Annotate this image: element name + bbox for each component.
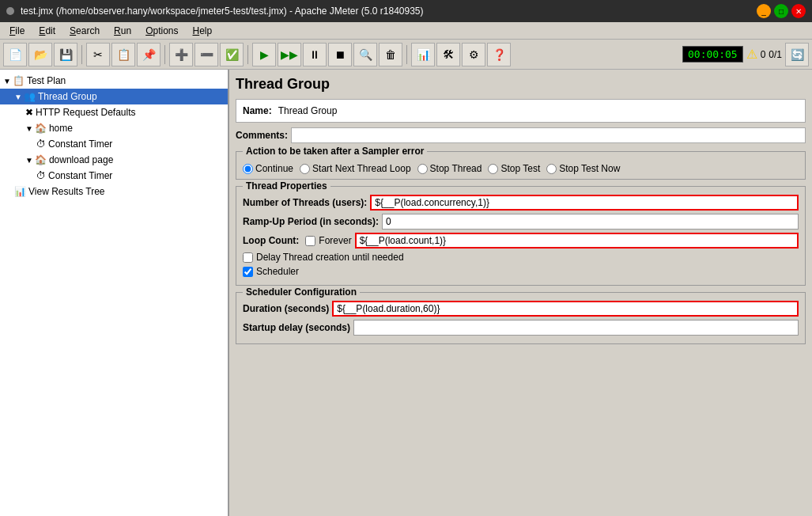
action-options-row: Continue Start Next Thread Loop Stop Thr… (243, 163, 799, 174)
save-button[interactable]: 💾 (54, 43, 77, 66)
clear-button[interactable]: 🔍 (353, 43, 377, 66)
tree-label-http-defaults: HTTP Request Defaults (36, 107, 136, 118)
num-threads-input[interactable] (370, 195, 799, 211)
thread-group-panel: Thread Group Name: Comments: Action to b… (236, 76, 806, 344)
tree-toggle-home[interactable]: ▼ (25, 124, 33, 133)
action-stop-test[interactable]: Stop Test (488, 163, 540, 174)
tree-item-test-plan[interactable]: ▼ 📋 Test Plan (0, 73, 228, 89)
loop-count-input[interactable] (355, 233, 799, 249)
forever-label: Forever (319, 235, 351, 246)
menu-file[interactable]: File (3, 24, 31, 38)
tree-panel: ▼ 📋 Test Plan ▼ 👥 Thread Group ✖ HTTP Re… (0, 70, 229, 516)
timer-display: 00:00:05 (682, 46, 743, 63)
stop-button[interactable]: ⏹ (328, 43, 352, 66)
action-section-title: Action to be taken after a Sampler error (243, 146, 427, 157)
separator-3 (247, 45, 248, 64)
constant-timer-1-icon: ⏱ (36, 138, 46, 150)
action-start-next[interactable]: Start Next Thread Loop (300, 163, 411, 174)
loop-count-label: Loop Count: (243, 235, 299, 246)
comments-input[interactable] (291, 127, 806, 143)
action-stop-thread[interactable]: Stop Thread (417, 163, 482, 174)
startup-delay-row: Startup delay (seconds) (243, 320, 799, 336)
close-button[interactable]: ✕ (791, 4, 806, 18)
tree-item-constant-timer-1[interactable]: ⏱ Constant Timer (0, 136, 228, 152)
pause-button[interactable]: ⏸ (303, 43, 327, 66)
remote-button[interactable]: 🛠 (436, 43, 460, 66)
action-continue-radio[interactable] (243, 164, 253, 174)
add-button[interactable]: ➕ (169, 43, 193, 66)
action-stop-thread-label: Stop Thread (430, 163, 482, 174)
scheduler-checkbox[interactable] (243, 267, 253, 277)
remove-button[interactable]: ➖ (195, 43, 218, 66)
action-stop-test-now-label: Stop Test Now (559, 163, 620, 174)
tree-toggle-download-page[interactable]: ▼ (25, 156, 33, 165)
title-bar: test.jmx (/home/observer.hany/workspace/… (0, 0, 812, 22)
copy-button[interactable]: 📋 (111, 43, 135, 66)
home-icon: 🏠 (35, 123, 47, 134)
thread-fraction: 0/1 (769, 49, 782, 60)
options-btn[interactable]: ⚙ (462, 43, 485, 66)
tree-toggle-test-plan[interactable]: ▼ (3, 77, 11, 85)
scheduler-label: Scheduler (256, 266, 299, 277)
name-label: Name: (243, 105, 272, 116)
action-continue[interactable]: Continue (243, 163, 293, 174)
download-page-icon: 🏠 (35, 154, 47, 165)
minimize-button[interactable]: _ (757, 4, 771, 18)
new-button[interactable]: 📄 (3, 43, 27, 66)
menu-run[interactable]: Run (108, 24, 138, 38)
toggle-button[interactable]: ✅ (220, 43, 244, 66)
start-button[interactable]: ▶ (252, 43, 276, 66)
action-stop-test-label: Stop Test (500, 163, 540, 174)
ramp-up-label: Ramp-Up Period (in seconds): (243, 216, 379, 227)
menu-search[interactable]: Search (63, 24, 106, 38)
menu-options[interactable]: Options (139, 24, 184, 38)
action-start-next-radio[interactable] (300, 164, 310, 174)
tree-label-constant-timer-2: Constant Timer (48, 170, 112, 181)
ramp-up-input[interactable] (382, 214, 799, 230)
thread-status-button[interactable]: 🔄 (785, 43, 809, 66)
tree-toggle-thread-group[interactable]: ▼ (14, 93, 22, 101)
tree-label-thread-group: Thread Group (38, 91, 97, 102)
separator-4 (406, 45, 407, 64)
delay-thread-checkbox[interactable] (243, 252, 253, 263)
duration-label: Duration (seconds) (243, 303, 329, 314)
tree-item-download-page[interactable]: ▼ 🏠 download page (0, 152, 228, 168)
open-button[interactable]: 📂 (28, 43, 52, 66)
action-section: Action to be taken after a Sampler error… (236, 151, 806, 180)
paste-button[interactable]: 📌 (137, 43, 161, 66)
startup-delay-input[interactable] (353, 320, 799, 336)
duration-input[interactable] (332, 301, 799, 317)
loop-count-row: Loop Count: Forever (243, 233, 799, 249)
num-threads-label: Number of Threads (users): (243, 197, 367, 208)
tree-label-download-page: download page (49, 154, 113, 165)
forever-checkbox[interactable] (305, 236, 315, 246)
action-stop-test-now[interactable]: Stop Test Now (546, 163, 620, 174)
start-no-pause-button[interactable]: ▶▶ (278, 43, 301, 66)
clear-all-button[interactable]: 🗑 (379, 43, 402, 66)
tree-item-home[interactable]: ▼ 🏠 home (0, 120, 228, 136)
menu-help[interactable]: Help (187, 24, 219, 38)
thread-props-title: Thread Properties (243, 180, 330, 192)
scheduler-config-section: Scheduler Configuration Duration (second… (236, 292, 806, 344)
name-input[interactable] (275, 103, 799, 119)
tree-item-thread-group[interactable]: ▼ 👥 Thread Group (0, 89, 228, 104)
scheduler-row: Scheduler (243, 266, 799, 277)
delay-thread-label: Delay Thread creation until needed (256, 252, 404, 263)
warning-icon: ⚠ (746, 47, 757, 62)
tree-item-constant-timer-2[interactable]: ⏱ Constant Timer (0, 168, 228, 184)
thread-group-icon: 👥 (24, 91, 36, 102)
menu-edit[interactable]: Edit (32, 24, 62, 38)
tree-label-home: home (49, 123, 73, 134)
report-button[interactable]: 📊 (411, 43, 435, 66)
num-threads-row: Number of Threads (users): (243, 195, 799, 211)
action-stop-test-radio[interactable] (488, 164, 498, 174)
maximize-button[interactable]: □ (774, 4, 788, 18)
tree-item-view-results-tree[interactable]: 📊 View Results Tree (0, 184, 228, 199)
tree-label-test-plan: Test Plan (27, 75, 66, 86)
cut-button[interactable]: ✂ (86, 43, 110, 66)
tree-item-http-defaults[interactable]: ✖ HTTP Request Defaults (0, 104, 228, 120)
separator-2 (164, 45, 165, 64)
help-btn[interactable]: ❓ (487, 43, 511, 66)
action-stop-test-now-radio[interactable] (546, 164, 557, 174)
action-stop-thread-radio[interactable] (417, 164, 428, 174)
